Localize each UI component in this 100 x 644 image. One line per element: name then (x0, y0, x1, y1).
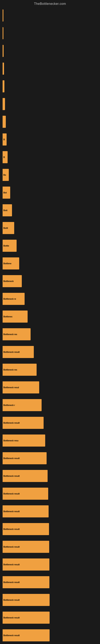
bar-row-29: Bottleneck result (1, 502, 98, 520)
bar-label-14: Bottle (3, 245, 9, 247)
bar-fill-36: Bottleneck result (2, 629, 50, 642)
bar-fill-30: Bottleneck result (2, 523, 49, 535)
bar-fill-21: Bottleneck res (2, 364, 37, 376)
bar-label-18: Bottlenec (3, 316, 13, 318)
bar-fill-32: Bottleneck result (2, 558, 50, 570)
bar-fill-25: Bottleneck resu (2, 434, 45, 446)
bar-label-27: Bottleneck result (3, 475, 20, 477)
bar-label-33: Bottleneck result (3, 581, 20, 584)
bar-fill-16: Bottleneck (2, 275, 22, 287)
bar-label-13: Bottl (3, 227, 8, 229)
bar-fill-33: Bottleneck result (2, 576, 50, 588)
bar-row-1 (1, 7, 98, 24)
site-title: TheBottlenecker.com (0, 0, 100, 7)
bar-fill-29: Bottleneck result (2, 505, 49, 518)
bar-row-15: Bottlene (1, 254, 98, 272)
bar-row-5 (1, 78, 98, 95)
bar-row-35: Bottleneck result (1, 609, 98, 626)
bar-label-26: Bottleneck result (3, 457, 20, 460)
bar-label-29: Bottleneck result (3, 510, 20, 512)
bar-row-9: B (1, 148, 98, 166)
bar-fill-18: Bottlenec (2, 310, 28, 322)
bar-row-34: Bottleneck result (1, 591, 98, 609)
bar-fill-6 (2, 98, 5, 110)
bar-label-30: Bottleneck result (3, 528, 20, 530)
bar-fill-22: Bottleneck resul (2, 381, 39, 394)
bar-fill-26: Bottleneck result (2, 452, 47, 464)
bar-label-34: Bottleneck result (3, 599, 20, 601)
bar-fill-8: B (2, 134, 7, 146)
bar-row-24: Bottleneck result (1, 414, 98, 432)
bar-fill-5 (2, 80, 4, 92)
bar-row-6 (1, 95, 98, 113)
bar-label-16: Bottleneck (3, 280, 14, 282)
bar-fill-35: Bottleneck result (2, 612, 50, 624)
bar-row-23: Bottleneck r (1, 396, 98, 414)
bar-row-25: Bottleneck resu (1, 432, 98, 450)
bar-row-32: Bottleneck result (1, 556, 98, 573)
bar-fill-2 (2, 27, 3, 39)
bar-fill-20: Bottleneck result (2, 346, 34, 358)
site-title-container: TheBottlenecker.com (0, 0, 100, 7)
bar-row-21: Bottleneck res (1, 361, 98, 378)
bar-row-16: Bottleneck (1, 272, 98, 290)
bar-label-9: B (3, 156, 5, 158)
bar-label-25: Bottleneck resu (3, 440, 18, 442)
bar-row-27: Bottleneck result (1, 467, 98, 485)
bar-row-10: Bo (1, 166, 98, 184)
bar-row-22: Bottleneck resul (1, 378, 98, 396)
bar-label-11: Bot (3, 192, 7, 194)
bar-fill-28: Bottleneck result (2, 488, 48, 500)
bar-label-31: Bottleneck result (3, 546, 20, 548)
bar-label-19: Bottleneck res (3, 333, 17, 336)
bar-fill-12: Bott (2, 204, 12, 216)
bar-fill-24: Bottleneck result (2, 417, 44, 429)
bar-label-17: Bottleneck re (3, 298, 16, 300)
bar-row-26: Bottleneck result (1, 450, 98, 467)
bar-fill-15: Bottlene (2, 258, 19, 270)
bar-fill-17: Bottleneck re (2, 293, 25, 305)
bar-label-10: Bo (3, 174, 6, 176)
bar-row-20: Bottleneck result (1, 343, 98, 361)
bar-row-11: Bot (1, 184, 98, 202)
bar-row-8: B (1, 130, 98, 148)
bar-label-28: Bottleneck result (3, 493, 20, 495)
bar-row-30: Bottleneck result (1, 520, 98, 538)
bar-fill-9: B (2, 151, 8, 163)
bar-fill-27: Bottleneck result (2, 470, 48, 482)
bar-label-24: Bottleneck result (3, 422, 20, 424)
bar-label-21: Bottleneck res (3, 369, 17, 371)
bar-row-28: Bottleneck result (1, 485, 98, 502)
bar-fill-23: Bottleneck r (2, 399, 42, 411)
bar-row-4 (1, 60, 98, 78)
bar-fill-19: Bottleneck res (2, 328, 31, 340)
bar-row-12: Bott (1, 202, 98, 219)
bar-fill-31: Bottleneck result (2, 541, 49, 553)
bar-row-13: Bottl (1, 219, 98, 237)
bar-row-18: Bottlenec (1, 308, 98, 326)
bar-fill-34: Bottleneck result (2, 594, 50, 606)
bar-row-14: Bottle (1, 237, 98, 254)
bar-fill-1 (2, 10, 3, 22)
bar-fill-3 (2, 45, 3, 57)
bar-row-3 (1, 42, 98, 60)
bar-fill-4 (2, 62, 4, 75)
bar-label-36: Bottleneck result (3, 634, 20, 636)
bar-label-20: Bottleneck result (3, 351, 20, 353)
bar-row-7 (1, 113, 98, 130)
bar-row-2 (1, 24, 98, 42)
bar-label-35: Bottleneck result (3, 617, 20, 619)
bar-fill-13: Bottl (2, 222, 14, 234)
bar-row-17: Bottleneck re (1, 290, 98, 308)
bar-fill-11: Bot (2, 186, 10, 199)
bar-fill-10: Bo (2, 169, 9, 181)
bar-fill-14: Bottle (2, 240, 17, 252)
chart-container: BBBoBotBottBottlBottleBottleneBottleneck… (0, 7, 100, 644)
bar-label-32: Bottleneck result (3, 564, 20, 566)
bar-label-23: Bottleneck r (3, 404, 15, 406)
bar-row-33: Bottleneck result (1, 573, 98, 591)
bar-label-22: Bottleneck resul (3, 386, 19, 388)
bar-fill-7 (2, 116, 6, 128)
bar-label-15: Bottlene (3, 262, 11, 265)
bar-row-19: Bottleneck res (1, 326, 98, 343)
